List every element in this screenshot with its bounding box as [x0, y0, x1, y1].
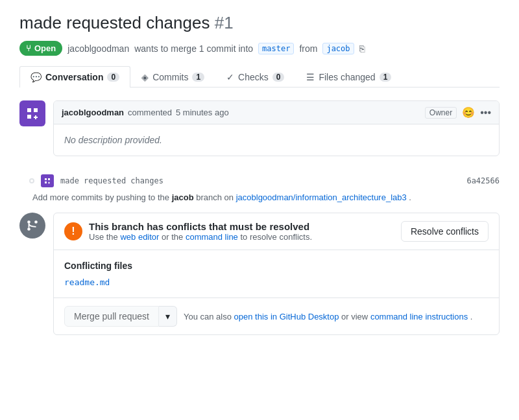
- comment-body: No description provided.: [54, 124, 499, 156]
- checks-tab-label: Checks: [238, 72, 269, 82]
- files-tab-label: Files changed: [319, 72, 375, 82]
- svg-point-2: [27, 228, 30, 231]
- merge-note-mid: or view: [341, 312, 368, 321]
- files-tab-icon: ☰: [306, 72, 315, 82]
- comment-header: jacoblgoodman commented 5 minutes ago Ow…: [54, 101, 499, 124]
- timeline-event: made requested changes 6a42566: [29, 169, 500, 192]
- conversation-tab-count: 0: [107, 73, 119, 82]
- merge-note-suf: .: [470, 312, 473, 321]
- resolve-conflicts-button[interactable]: Resolve conflicts: [401, 221, 489, 242]
- page-title: made requested changes #1: [19, 13, 500, 33]
- copy-icon[interactable]: ⎘: [359, 43, 365, 54]
- merge-icon: ⑂: [26, 43, 31, 53]
- command-line-link[interactable]: command line: [186, 232, 238, 242]
- comment-box: jacoblgoodman commented 5 minutes ago Ow…: [53, 100, 500, 156]
- warning-icon: !: [64, 222, 82, 240]
- comment-text: No description provided.: [64, 135, 162, 145]
- merge-note-pre: You can also: [184, 312, 232, 321]
- conversation-tab-label: Conversation: [45, 72, 103, 82]
- push-notice-middle: branch on: [196, 192, 234, 202]
- comment-section: jacoblgoodman commented 5 minutes ago Ow…: [19, 100, 500, 156]
- merge-options-dropdown[interactable]: ▾: [159, 306, 177, 327]
- comment-time: 5 minutes ago: [176, 108, 229, 117]
- timeline-action-text: made requested changes: [60, 176, 163, 185]
- web-editor-link[interactable]: web editor: [120, 232, 159, 242]
- conflict-sub-pre: Use the: [89, 232, 118, 242]
- conflict-text-block: This branch has conflicts that must be r…: [89, 221, 312, 242]
- more-options-button[interactable]: •••: [480, 107, 491, 119]
- conflict-file-name[interactable]: readme.md: [64, 277, 489, 287]
- merge-note: You can also open this in GitHub Desktop…: [184, 312, 472, 321]
- merge-button-group: Merge pull request ▾: [64, 306, 177, 327]
- avatar: [19, 100, 45, 126]
- emoji-button[interactable]: 😊: [462, 106, 475, 119]
- command-line-instructions-link[interactable]: command line instructions: [370, 312, 468, 321]
- push-notice-branch: jacob: [172, 192, 194, 202]
- conflicting-files-title: Conflicting files: [64, 261, 489, 271]
- tab-files-changed[interactable]: ☰ Files changed 1: [295, 66, 402, 88]
- pr-action-text: wants to merge 1 commit into: [134, 43, 253, 54]
- commits-tab-count: 1: [192, 73, 204, 82]
- comment-header-right: Owner 😊 •••: [425, 106, 491, 119]
- conversation-tab-icon: 💬: [30, 72, 42, 82]
- open-badge: ⑂ Open: [19, 41, 62, 56]
- files-tab-count: 1: [380, 73, 392, 82]
- comment-action: commented: [128, 108, 172, 117]
- tab-bar: 💬 Conversation 0 ◈ Commits 1 ✓ Checks 0 …: [19, 66, 500, 88]
- open-in-desktop-link[interactable]: open this in GitHub Desktop: [234, 312, 339, 321]
- pr-from-text: from: [299, 43, 317, 54]
- head-branch[interactable]: jacob: [322, 43, 354, 54]
- pr-author: jacoblgoodman: [67, 43, 129, 54]
- open-badge-label: Open: [34, 43, 56, 53]
- push-notice: Add more commits by pushing to the jacob…: [19, 192, 500, 202]
- push-notice-repo-link[interactable]: jacoblgoodman/information_architecture_l…: [236, 192, 407, 202]
- timeline-avatar: [41, 174, 54, 187]
- push-notice-prefix: Add more commits by pushing to the: [32, 192, 169, 202]
- checks-tab-count: 0: [272, 73, 285, 82]
- conflict-sub-mid: or the: [162, 232, 183, 242]
- push-notice-suffix: .: [409, 192, 411, 202]
- comment-header-left: jacoblgoodman commented 5 minutes ago: [62, 108, 229, 117]
- base-branch[interactable]: master: [258, 43, 294, 54]
- tab-commits[interactable]: ◈ Commits 1: [130, 66, 215, 88]
- svg-point-1: [34, 220, 38, 224]
- commits-tab-label: Commits: [152, 72, 188, 82]
- conflict-title: This branch has conflicts that must be r…: [89, 221, 312, 232]
- conflict-header: ! This branch has conflicts that must be…: [54, 213, 499, 250]
- pr-number: #1: [215, 13, 234, 32]
- warning-symbol: !: [71, 226, 75, 237]
- tab-checks[interactable]: ✓ Checks 0: [215, 66, 295, 88]
- conflict-sub-suf: to resolve conflicts.: [240, 232, 312, 242]
- title-text: made requested changes: [19, 13, 210, 32]
- merge-section: ! This branch has conflicts that must be…: [19, 213, 500, 335]
- merge-status-icon: [19, 213, 45, 239]
- commenter-username[interactable]: jacoblgoodman: [62, 108, 124, 117]
- conflict-header-left: ! This branch has conflicts that must be…: [64, 221, 312, 242]
- merge-pull-request-button: Merge pull request: [64, 306, 159, 327]
- checks-tab-icon: ✓: [226, 72, 234, 82]
- pr-subtitle: ⑂ Open jacoblgoodman wants to merge 1 co…: [19, 41, 500, 56]
- merge-actions: Merge pull request ▾ You can also open t…: [54, 298, 499, 334]
- timeline-dot: [29, 178, 34, 183]
- conflict-subtitle: Use the web editor or the command line t…: [89, 232, 312, 242]
- timeline-hash[interactable]: 6a42566: [466, 176, 500, 185]
- svg-point-0: [27, 220, 30, 224]
- commits-tab-icon: ◈: [141, 72, 149, 82]
- conflict-box: ! This branch has conflicts that must be…: [53, 213, 500, 335]
- tab-conversation[interactable]: 💬 Conversation 0: [19, 66, 130, 88]
- conflict-files: Conflicting files readme.md: [54, 250, 499, 298]
- owner-badge: Owner: [425, 107, 457, 119]
